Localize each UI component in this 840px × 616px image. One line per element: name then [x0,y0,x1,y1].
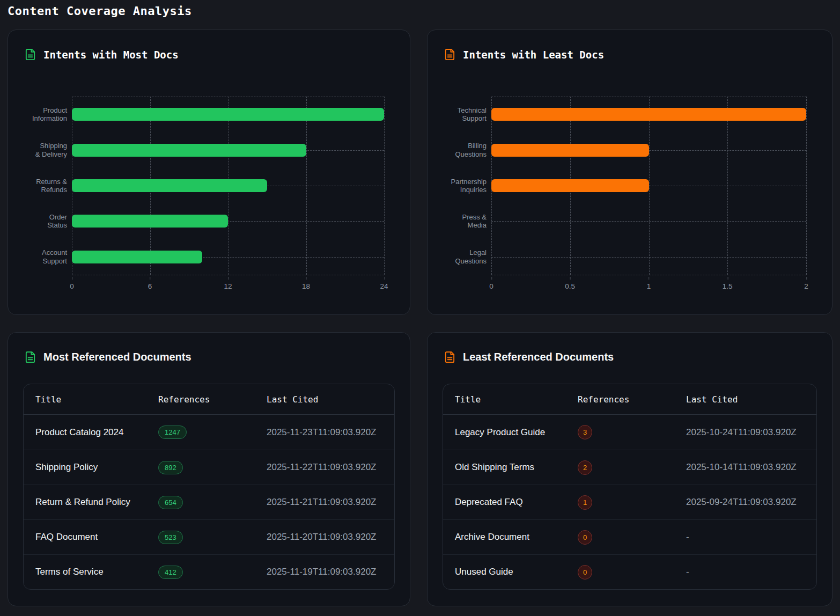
references-cell: 3 [578,425,686,439]
grid-line-horizontal [491,275,806,275]
references-badge: 0 [578,530,592,545]
table-row: Return & Refund Policy6542025-11-21T11:0… [24,485,394,519]
document-title-cell: Shipping Policy [35,462,158,473]
column-header: References [158,394,267,405]
last-cited-cell: - [686,532,816,542]
table-row: Unused Guide0- [443,554,816,589]
grid-line-horizontal [491,221,806,222]
column-header: Last Cited [267,394,394,405]
panel-header: Least Referenced Documents [428,333,832,363]
document-title-cell: FAQ Document [35,532,158,542]
x-tick-label: 18 [302,282,310,290]
category-label: Returns &Refunds [8,168,67,203]
references-badge: 892 [158,461,183,474]
column-header: Title [455,394,578,405]
grid-line-vertical [384,97,385,275]
bar-account-support[interactable] [72,251,202,263]
grid-line-horizontal [491,257,806,258]
last-cited-cell: 2025-11-20T11:09:03.920Z [267,532,394,542]
category-label: Press &Media [428,203,487,239]
last-cited-cell: 2025-10-24T11:09:03.920Z [686,427,816,438]
bar-shipping-delivery[interactable] [72,144,306,157]
document-title-cell: Old Shipping Terms [455,462,578,473]
bar-product-information[interactable] [72,108,384,121]
table-row: Archive Document0- [443,519,816,554]
references-badge: 2 [578,460,592,475]
chart-title-most-docs: Intents with Most Docs [43,49,179,61]
table-row: Terms of Service4122025-11-19T11:09:03.9… [24,554,394,589]
references-badge: 654 [158,496,183,509]
bar-returns-refunds[interactable] [72,179,267,192]
last-cited-cell: 2025-11-23T11:09:03.920Z [267,427,394,438]
grid-line-horizontal [72,275,384,275]
document-title-cell: Legacy Product Guide [455,427,578,438]
document-title-cell: Terms of Service [35,567,158,577]
panel-least-referenced: Least Referenced Documents TitleReferenc… [427,332,832,606]
table-header-row: TitleReferencesLast Cited [443,384,816,415]
most-referenced-table: TitleReferencesLast Cited Product Catalo… [23,384,395,590]
references-cell: 523 [158,531,267,544]
column-header: Title [35,394,158,405]
chart-plot-area [72,97,384,275]
category-label: AccountSupport [8,239,67,275]
x-tick-label: 0 [70,282,74,290]
references-badge: 3 [578,425,592,439]
category-label: TechnicalSupport [428,97,487,132]
document-title-cell: Unused Guide [455,567,578,577]
bar-billing-questions[interactable] [491,144,649,157]
grid-line-vertical [806,97,807,275]
content-coverage-page: Content Coverage Analysis Intents with M… [0,0,840,606]
y-axis-labels: ProductInformationShipping& DeliveryRetu… [8,97,72,275]
table-row: Shipping Policy8922025-11-22T11:09:03.92… [24,450,394,485]
file-text-icon [24,48,36,61]
x-tick-label: 2 [804,282,808,290]
x-tick-label: 6 [148,282,152,290]
x-tick-label: 12 [224,282,232,290]
last-cited-cell: 2025-09-24T11:09:03.920Z [686,497,816,508]
document-title-cell: Return & Refund Policy [35,497,158,508]
last-cited-cell: 2025-11-19T11:09:03.920Z [267,567,394,577]
chart-title-least-docs: Intents with Least Docs [463,49,604,61]
bar-partnership-inquiries[interactable] [491,179,649,192]
table-body: Legacy Product Guide32025-10-24T11:09:03… [443,415,816,589]
category-label: OrderStatus [8,203,67,239]
document-title-cell: Deprecated FAQ [455,497,578,508]
x-axis-ticks: 06121824 [72,277,384,294]
references-badge: 1 [578,495,592,510]
table-row: FAQ Document5232025-11-20T11:09:03.920Z [24,519,394,554]
document-title-cell: Product Catalog 2024 [35,427,158,438]
table-title-most-referenced: Most Referenced Documents [43,351,191,363]
bar-technical-support[interactable] [491,108,806,121]
table-header-row: TitleReferencesLast Cited [24,384,394,415]
bar-order-status[interactable] [72,215,228,228]
table-row: Old Shipping Terms22025-10-14T11:09:03.9… [443,450,816,485]
references-cell: 2 [578,460,686,475]
file-text-icon [24,351,36,363]
references-cell: 892 [158,461,267,474]
x-axis-ticks: 00.511.52 [491,277,806,294]
references-cell: 0 [578,530,686,545]
references-badge: 412 [158,566,183,579]
file-text-icon [444,48,456,61]
references-badge: 523 [158,531,183,544]
references-cell: 654 [158,496,267,509]
references-badge: 1247 [158,426,187,439]
x-tick-label: 0.5 [565,282,575,290]
panel-most-referenced: Most Referenced Documents TitleReference… [8,332,410,606]
table-body: Product Catalog 202412472025-11-23T11:09… [24,415,394,589]
references-cell: 0 [578,565,686,580]
references-cell: 412 [158,566,267,579]
references-cell: 1247 [158,426,267,439]
category-label: Shipping& Delivery [8,132,67,167]
category-label: LegalQuestions [428,239,487,275]
dashboard-grid: Intents with Most Docs ProductInformatio… [8,30,832,606]
panel-header: Intents with Least Docs [428,30,832,61]
last-cited-cell: 2025-11-21T11:09:03.920Z [267,497,394,508]
grid-line-horizontal [72,97,384,97]
table-row: Deprecated FAQ12025-09-24T11:09:03.920Z [443,485,816,519]
category-label: BillingQuestions [428,132,487,167]
category-label: PartnershipInquiries [428,168,487,203]
least-referenced-table: TitleReferencesLast Cited Legacy Product… [443,384,817,590]
page-title: Content Coverage Analysis [8,4,832,18]
table-row: Product Catalog 202412472025-11-23T11:09… [24,415,394,450]
